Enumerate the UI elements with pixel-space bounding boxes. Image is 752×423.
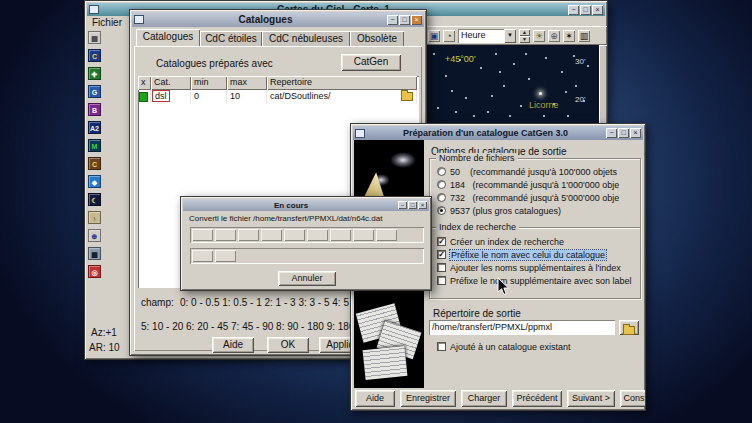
maximize-icon[interactable]: □	[399, 15, 410, 25]
radio-label: 50 (recommandé jusqu'à 100'000 objets	[450, 167, 617, 177]
toolbar-icon[interactable]: G	[88, 85, 101, 98]
folder-icon[interactable]	[401, 92, 413, 101]
ok-button[interactable]: OK	[267, 337, 309, 353]
toolbar-icon[interactable]: ◆	[88, 175, 101, 188]
toolbar-icon[interactable]: ✚	[88, 67, 101, 80]
sun-icon[interactable]: ☀	[533, 30, 545, 42]
spin-up-icon[interactable]: ▲	[519, 29, 530, 36]
radio-icon[interactable]	[437, 206, 446, 215]
append-checkbox-row[interactable]: Ajouté à un catalogue existant	[435, 340, 635, 353]
toolbar-icon[interactable]: ☾	[88, 193, 101, 206]
toolbar-icon[interactable]: ▦	[88, 247, 101, 260]
time-spinner[interactable]: ▲ ▼	[519, 29, 530, 43]
tab-cdc-nebuleuses[interactable]: CdC nébuleuses	[262, 31, 350, 46]
file-count-radio-row[interactable]: 9537 (plus gros catalogues)	[435, 204, 638, 217]
precedent-button[interactable]: Précédent	[512, 390, 562, 407]
radio-icon[interactable]	[437, 180, 446, 189]
chart-mode-icon[interactable]: ▣	[428, 30, 440, 42]
minimize-icon[interactable]: −	[568, 5, 579, 15]
col-max[interactable]: max	[227, 76, 267, 90]
toolbar-icon[interactable]: C	[88, 157, 101, 170]
file-count-radio-row[interactable]: 50 (recommandé jusqu'à 100'000 objets	[435, 165, 638, 178]
progress-segment	[284, 250, 305, 262]
minimize-icon[interactable]: −	[398, 201, 407, 209]
galaxy-image	[390, 152, 416, 168]
toolbar-icon[interactable]: ▤	[88, 31, 101, 44]
col-x[interactable]: x	[138, 76, 151, 90]
index-checkbox-row[interactable]: Ajouter les noms supplémentaires à l'ind…	[435, 261, 638, 274]
clock-icon[interactable]: ◔	[443, 30, 455, 42]
cat-cell-value[interactable]: dsl	[152, 90, 170, 102]
checkbox-icon[interactable]: ✓	[437, 237, 446, 246]
browse-button[interactable]	[619, 320, 639, 335]
sky-toolbar: ▣ ◔ Heure ▼ ▲ ▼ ☀ ⊕ ✶ ▥	[425, 26, 607, 45]
tab-obsolete[interactable]: Obsolète	[350, 31, 404, 46]
starchart-paper-image	[363, 346, 408, 380]
col-repertoire[interactable]: Repertoire	[267, 76, 417, 90]
radio-icon[interactable]	[437, 193, 446, 202]
progress-segment	[353, 250, 374, 262]
table-row[interactable]: dsl 0 10 cat/DSoutlines/	[138, 90, 419, 103]
checkbox-icon[interactable]	[437, 276, 446, 285]
toolbar-icon[interactable]: C	[88, 49, 101, 62]
close-icon[interactable]: ×	[418, 201, 427, 209]
radio-label: 732 (recommandé jusqu'à 5'000'000 obje	[450, 193, 619, 203]
col-cat[interactable]: Cat.	[151, 76, 191, 90]
index-checkbox-row[interactable]: ✓Créer un index de recherche	[435, 235, 638, 248]
col-min[interactable]: min	[191, 76, 227, 90]
maximize-icon[interactable]: □	[408, 201, 417, 209]
index-checkbox-row[interactable]: Préfixe le nom supplémentaire avec son l…	[435, 274, 638, 287]
toolbar-icon[interactable]: A2	[88, 121, 101, 134]
charger-button[interactable]: Charger	[461, 390, 507, 407]
minimize-icon[interactable]: −	[606, 128, 617, 138]
toolbar-icon[interactable]: B	[88, 103, 101, 116]
max-cell[interactable]: 10	[227, 90, 267, 103]
grid-icon[interactable]: ▥	[578, 30, 590, 42]
catgen-button[interactable]: CatGen	[341, 54, 401, 71]
menu-fichier[interactable]: Fichier	[92, 17, 122, 28]
enregistrer-button[interactable]: Enregistrer	[400, 390, 456, 407]
annuler-button[interactable]: Annuler	[278, 271, 336, 286]
minimize-icon[interactable]: −	[387, 15, 398, 25]
time-step-combobox[interactable]: Heure ▼	[458, 29, 516, 43]
checkbox-icon[interactable]: ✓	[437, 250, 446, 259]
file-count-radio-row[interactable]: 184 (recommandé jusqu'à 1'000'000 obje	[435, 178, 638, 191]
construire-button[interactable]: Construire le	[620, 390, 646, 407]
tab-cdc-etoiles[interactable]: CdC étoiles	[200, 31, 262, 46]
star-dot	[528, 78, 530, 80]
active-cell[interactable]	[138, 90, 151, 103]
file-count-radio-row[interactable]: 732 (recommandé jusqu'à 5'000'000 obje	[435, 191, 638, 204]
progress-titlebar[interactable]: En cours − □ ×	[183, 199, 429, 211]
sky-chart[interactable]: +45°00' Licorne 30' 20'	[425, 45, 599, 124]
suivant-button[interactable]: Suivant >	[567, 390, 615, 407]
index-checkbox-row[interactable]: ✓Préfixe le nom avec celui du catalogue	[435, 248, 638, 261]
spin-down-icon[interactable]: ▼	[519, 36, 530, 43]
toolbar-icon[interactable]: M	[88, 139, 101, 152]
dir-cell[interactable]: cat/DSoutlines/	[267, 90, 417, 103]
close-icon[interactable]: ×	[592, 5, 603, 15]
output-dir-input[interactable]: /home/transfert/PPMXL/ppmxl	[429, 320, 615, 335]
aide-button[interactable]: Aide	[355, 390, 395, 407]
close-icon[interactable]: ×	[411, 15, 422, 25]
toolbar-icon[interactable]: ♄	[88, 211, 101, 224]
cat-cell[interactable]: dsl	[151, 90, 191, 103]
tab-catalogues[interactable]: Catalogues	[136, 29, 200, 46]
toolbar-icon[interactable]: ◎	[88, 265, 101, 278]
earth-icon[interactable]: ⊕	[548, 30, 560, 42]
star-dot	[451, 90, 453, 92]
star-dot	[509, 115, 511, 117]
sky-scrollbar[interactable]	[599, 45, 607, 124]
chevron-down-icon[interactable]: ▼	[504, 29, 516, 43]
min-cell[interactable]: 0	[191, 90, 227, 103]
catalogues-titlebar[interactable]: Catalogues − □ ×	[132, 12, 424, 27]
toolbar-icon[interactable]: ⊕	[88, 229, 101, 242]
catgen-titlebar[interactable]: Préparation d'un catalogue CatGen 3.0 − …	[353, 126, 643, 140]
checkbox-icon[interactable]	[437, 342, 446, 351]
checkbox-icon[interactable]	[437, 263, 446, 272]
maximize-icon[interactable]: □	[580, 5, 591, 15]
star-icon[interactable]: ✶	[563, 30, 575, 42]
radio-icon[interactable]	[437, 167, 446, 176]
close-icon[interactable]: ×	[630, 128, 641, 138]
maximize-icon[interactable]: □	[618, 128, 629, 138]
aide-button[interactable]: Aide	[212, 337, 254, 353]
